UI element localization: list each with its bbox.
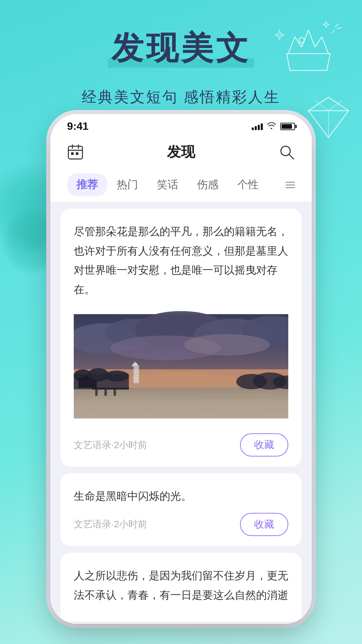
- card-1: 尽管那朵花是那么的平凡，那么的籍籍无名，也许对于所有人没有任何意义，但那是墓里人…: [60, 209, 302, 467]
- tab-jokes[interactable]: 笑话: [147, 173, 188, 196]
- svg-rect-30: [78, 380, 97, 388]
- status-icons: [252, 122, 295, 131]
- phone-mockup: 9:41: [50, 114, 312, 624]
- svg-point-19: [184, 334, 270, 356]
- svg-rect-39: [133, 366, 139, 383]
- header-title: 发现: [167, 143, 195, 161]
- hero-title-wrapper: 发现美文: [111, 27, 251, 70]
- status-time: 9:41: [67, 120, 88, 132]
- svg-rect-32: [92, 388, 129, 389]
- card-2-collect-button[interactable]: 收藏: [240, 513, 288, 536]
- svg-rect-34: [104, 390, 107, 396]
- card-1-collect-button[interactable]: 收藏: [240, 433, 288, 457]
- hero-section: 发现美文 经典美文短句 感悟精彩人生: [0, 0, 362, 124]
- signal-bar-3: [258, 125, 260, 130]
- hero-title: 发现美文: [111, 27, 251, 70]
- calendar-icon[interactable]: [67, 144, 84, 160]
- svg-point-29: [104, 371, 129, 382]
- app-header: 发现: [50, 136, 312, 168]
- signal-bar-4: [261, 123, 263, 130]
- card-1-text: 尽管那朵花是那么的平凡，那么的籍籍无名，也许对于所有人没有任何意义，但那是墓里人…: [74, 222, 288, 299]
- status-bar: 9:41: [50, 114, 312, 136]
- svg-rect-8: [71, 152, 74, 155]
- tab-more-icon[interactable]: [286, 182, 295, 188]
- tab-hot[interactable]: 热门: [107, 173, 147, 196]
- svg-line-11: [289, 154, 294, 159]
- wifi-icon: [267, 122, 276, 131]
- card-2-meta: 文艺语录·2小时前: [74, 518, 147, 531]
- svg-rect-33: [95, 390, 98, 396]
- signal-bar-2: [255, 126, 257, 130]
- category-tabs: 推荐 热门 笑话 伤感 个性: [50, 168, 312, 202]
- tab-recommend[interactable]: 推荐: [67, 173, 107, 196]
- hero-subtitle: 经典美文短句 感悟精彩人生: [0, 87, 362, 107]
- card-2-text: 生命是黑暗中闪烁的光。: [74, 487, 288, 506]
- signal-bar-1: [252, 127, 254, 130]
- card-2: 生命是黑暗中闪烁的光。 文艺语录·2小时前 收藏: [60, 473, 302, 546]
- tab-personality[interactable]: 个性: [228, 173, 268, 196]
- tab-sad[interactable]: 伤感: [188, 173, 228, 196]
- svg-rect-4: [68, 146, 82, 159]
- signal-bars-icon: [252, 123, 263, 130]
- battery-icon: [280, 123, 295, 130]
- phone-shell: 9:41: [50, 114, 312, 624]
- card-1-image: [74, 309, 288, 423]
- card-2-footer: 文艺语录·2小时前 收藏: [74, 513, 288, 536]
- svg-rect-35: [114, 390, 116, 396]
- card-3-text: 人之所以悲伤，是因为我们留不住岁月，更无法不承认，青春，有一日是要这么自然的消逝: [74, 566, 288, 605]
- card-1-meta: 文艺语录·2小时前: [74, 439, 147, 451]
- content-area: 尽管那朵花是那么的平凡，那么的籍籍无名，也许对于所有人没有任何意义，但那是墓里人…: [50, 202, 312, 624]
- card-1-footer: 文艺语录·2小时前 收藏: [74, 433, 288, 457]
- svg-rect-9: [76, 152, 78, 155]
- card-3: 人之所以悲伤，是因为我们留不住岁月，更无法不承认，青春，有一日是要这么自然的消逝: [60, 553, 302, 622]
- battery-fill: [282, 124, 292, 129]
- search-icon[interactable]: [278, 144, 295, 160]
